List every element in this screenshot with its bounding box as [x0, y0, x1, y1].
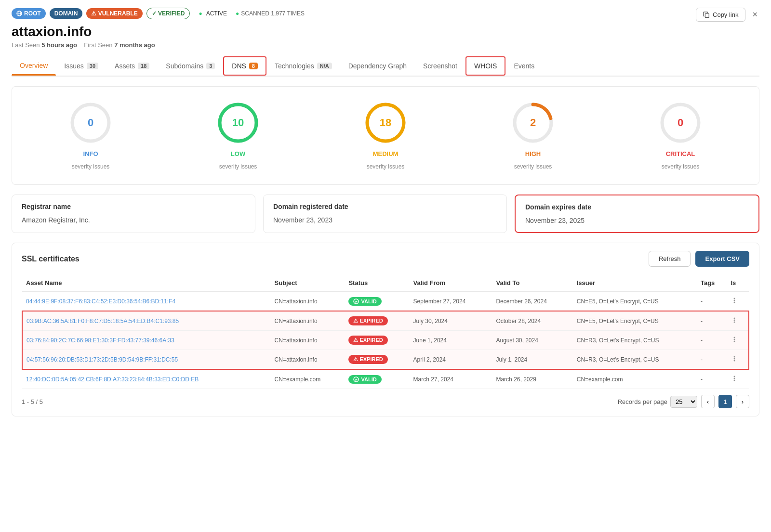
- tags-cell: -: [697, 292, 727, 311]
- status-cell: VALID: [345, 369, 409, 389]
- severity-medium: 18 MEDIUM severity issues: [364, 101, 407, 170]
- status-expired: ⚠ EXPIRED: [348, 336, 387, 345]
- is-cell: [727, 331, 749, 350]
- severity-critical: 0 CRITICAL severity issues: [659, 101, 702, 170]
- col-asset-name: Asset Name: [22, 274, 271, 292]
- next-page-button[interactable]: ›: [736, 395, 749, 408]
- is-cell: [727, 369, 749, 389]
- subject-cell: CN=attaxion.info: [271, 350, 345, 370]
- svg-point-15: [734, 302, 735, 303]
- more-icon: [731, 297, 738, 304]
- asset-link[interactable]: 12:40:DC:0D:5A:05:42:CB:6F:8D:A7:33:23:8…: [26, 376, 199, 383]
- asset-link[interactable]: 04:57:56:96:20:DB:53:D1:73:2D:5B:9D:54:9…: [27, 356, 178, 363]
- subject-cell: CN=attaxion.info: [271, 311, 345, 331]
- tab-subdomains[interactable]: Subdomains 3: [158, 57, 223, 75]
- status-expired: ⚠ EXPIRED: [348, 355, 387, 364]
- tab-dependency-graph[interactable]: Dependency Graph: [340, 57, 415, 75]
- globe-icon: [16, 11, 22, 16]
- issuer-cell: CN=R3, O=Let's Encrypt, C=US: [573, 350, 697, 370]
- copy-icon: [703, 12, 710, 18]
- ssl-table-wrapper: Asset Name Subject Status Valid From Val…: [22, 274, 749, 389]
- tab-dns[interactable]: DNS 8: [223, 56, 266, 76]
- domain-title: attaxion.info: [12, 24, 759, 39]
- tab-issues[interactable]: Issues 30: [56, 57, 106, 75]
- tags-cell: -: [697, 331, 727, 350]
- badge-row: ROOT DOMAIN ⚠ VULNERABLE ✓ VERIFIED ACTI…: [12, 8, 759, 19]
- domain-meta: Last Seen 5 hours ago First Seen 7 month…: [12, 41, 759, 49]
- badge-active: ACTIVE: [194, 8, 232, 19]
- svg-point-13: [734, 298, 735, 299]
- issuer-cell: CN=example.com: [573, 369, 697, 389]
- svg-point-25: [354, 377, 359, 382]
- ssl-section: SSL certificates Refresh Export CSV Asse…: [12, 243, 759, 416]
- tab-overview[interactable]: Overview: [12, 56, 56, 76]
- table-header-row: Asset Name Subject Status Valid From Val…: [22, 274, 749, 292]
- is-cell: [727, 350, 749, 370]
- col-valid-from: Valid From: [410, 274, 492, 292]
- valid-to-cell: August 30, 2024: [492, 331, 572, 350]
- asset-link[interactable]: 03:76:84:90:2C:7C:66:98:E1:30:3F:FD:43:7…: [27, 337, 174, 344]
- severity-low: 10 LOW severity issues: [216, 101, 260, 170]
- valid-from-cell: June 1, 2024: [410, 331, 492, 350]
- svg-point-19: [734, 337, 735, 338]
- info-cards: Registrar name Amazon Registrar, Inc. Do…: [12, 195, 759, 233]
- status-expired: ⚠ EXPIRED: [348, 316, 387, 325]
- svg-point-24: [734, 360, 735, 362]
- close-button[interactable]: ×: [750, 8, 759, 22]
- col-valid-to: Valid To: [492, 274, 572, 292]
- col-status: Status: [345, 274, 409, 292]
- registrar-card: Registrar name Amazon Registrar, Inc.: [12, 195, 255, 233]
- tags-cell: -: [697, 350, 727, 370]
- badge-root: ROOT: [12, 8, 46, 19]
- subject-cell: CN=example.com: [271, 369, 345, 389]
- table-row: 03:76:84:90:2C:7C:66:98:E1:30:3F:FD:43:7…: [22, 331, 749, 350]
- ssl-table: Asset Name Subject Status Valid From Val…: [22, 274, 749, 389]
- table-row: 04:44:9E:9F:08:37:F6:83:C4:52:E3:D0:36:5…: [22, 292, 749, 311]
- svg-point-23: [734, 358, 735, 360]
- ssl-header: SSL certificates Refresh Export CSV: [22, 251, 749, 267]
- refresh-button[interactable]: Refresh: [649, 251, 691, 267]
- tags-cell: -: [697, 369, 727, 389]
- col-is: Is: [727, 274, 749, 292]
- badge-vulnerable: ⚠ VULNERABLE: [86, 8, 142, 19]
- status-valid: VALID: [348, 297, 381, 306]
- valid-to-cell: March 26, 2029: [492, 369, 572, 389]
- records-per-page: Records per page 25 50 100: [618, 396, 697, 408]
- tab-whois[interactable]: WHOIS: [465, 56, 505, 76]
- tab-assets[interactable]: Assets 18: [106, 57, 158, 75]
- tab-technologies[interactable]: Technologies N/A: [266, 57, 340, 75]
- export-csv-button[interactable]: Export CSV: [695, 251, 749, 267]
- is-cell: [727, 311, 749, 331]
- issuer-cell: CN=E5, O=Let's Encrypt, C=US: [573, 311, 697, 331]
- subject-cell: CN=attaxion.info: [271, 331, 345, 350]
- svg-point-28: [734, 380, 735, 381]
- issuer-cell: CN=R3, O=Let's Encrypt, C=US: [573, 331, 697, 350]
- valid-from-cell: July 30, 2024: [410, 311, 492, 331]
- table-footer: 1 - 5 / 5 Records per page 25 50 100 ‹ 1…: [22, 389, 749, 408]
- page-1-button[interactable]: 1: [718, 395, 732, 408]
- tab-screenshot[interactable]: Screenshot: [415, 57, 465, 75]
- expires-date-card: Domain expires date November 23, 2025: [515, 195, 759, 233]
- tab-events[interactable]: Events: [505, 57, 543, 75]
- issuer-cell: CN=E5, O=Let's Encrypt, C=US: [573, 292, 697, 311]
- status-valid: VALID: [348, 375, 381, 384]
- valid-to-cell: July 1, 2024: [492, 350, 572, 370]
- ssl-actions: Refresh Export CSV: [649, 251, 749, 267]
- svg-point-17: [734, 320, 735, 321]
- badge-verified: ✓ VERIFIED: [146, 8, 190, 19]
- prev-page-button[interactable]: ‹: [701, 395, 715, 408]
- asset-link[interactable]: 03:9B:AC:36:5A:81:F0:F8:C7:D5:18:5A:54:E…: [27, 318, 179, 324]
- valid-from-cell: April 2, 2024: [410, 350, 492, 370]
- copy-link-button[interactable]: Copy link: [696, 8, 745, 22]
- status-cell: ⚠ EXPIRED: [345, 350, 409, 370]
- svg-point-22: [734, 356, 735, 358]
- records-info: 1 - 5 / 5: [22, 398, 43, 405]
- asset-link[interactable]: 04:44:9E:9F:08:37:F6:83:C4:52:E3:D0:36:5…: [26, 298, 175, 305]
- records-per-page-select[interactable]: 25 50 100: [670, 396, 697, 408]
- tab-bar: Overview Issues 30 Assets 18 Subdomains …: [12, 56, 759, 77]
- is-cell: [727, 292, 749, 311]
- more-icon: [731, 355, 738, 363]
- svg-rect-0: [705, 13, 709, 17]
- more-icon: [731, 316, 738, 324]
- badge-domain: DOMAIN: [50, 8, 83, 19]
